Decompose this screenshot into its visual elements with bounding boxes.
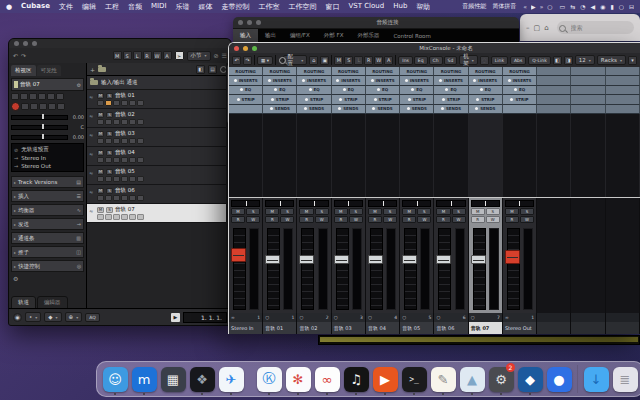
rack-cell-routing[interactable]: ROUTING	[469, 67, 503, 76]
forward-icon[interactable]: »	[540, 3, 544, 10]
time-machine-icon[interactable]: ◔	[580, 3, 585, 10]
rack-power-dot[interactable]	[508, 79, 511, 82]
redo-icon[interactable]: ↷	[21, 52, 26, 59]
channel-name-音轨 07[interactable]: 音轨 07	[469, 322, 503, 334]
automation-w-button[interactable]: W	[315, 216, 329, 223]
rack-power-dot[interactable]	[377, 88, 380, 91]
menu-item-11[interactable]: 窗口	[325, 2, 339, 12]
rack-power-dot[interactable]	[343, 88, 346, 91]
project-state-r[interactable]: R	[143, 51, 152, 60]
ac-tab-Control Room[interactable]: Control Room	[386, 29, 437, 42]
dock-item-remote-app[interactable]: ✈	[218, 363, 244, 395]
menu-item-3[interactable]: 工程	[105, 2, 119, 12]
rack-cell-eq[interactable]: EQ	[332, 86, 366, 95]
dock-item-keka[interactable]: Ⓚ	[256, 363, 282, 395]
dock-item-terminal[interactable]: >_	[401, 363, 427, 395]
mute-button[interactable]: M	[299, 208, 313, 215]
track-control-button[interactable]	[137, 195, 144, 201]
menu-item-7[interactable]: 媒体	[198, 2, 212, 12]
solo-button[interactable]: S	[520, 208, 534, 215]
solo-button[interactable]: S	[417, 208, 431, 215]
minimize-icon[interactable]	[243, 46, 248, 51]
menu-item-4[interactable]: 音频	[128, 2, 142, 12]
dock-item-trash[interactable]: ≣	[612, 363, 638, 395]
fader-track[interactable]	[301, 228, 314, 310]
rack-power-dot[interactable]	[408, 98, 411, 101]
apple-menu-icon[interactable]: ●	[6, 3, 12, 11]
mute-button[interactable]: M	[436, 208, 450, 215]
bypass-ch[interactable]: Ch	[429, 56, 443, 65]
rack-power-dot[interactable]	[476, 98, 479, 101]
racks-combo[interactable]: 机架▾	[459, 55, 478, 65]
inspector-mini-button[interactable]	[21, 103, 29, 110]
track-row-音轨 05[interactable]: ≈MS音轨 05	[87, 166, 231, 185]
search-input[interactable]	[557, 21, 634, 34]
ac-tab-外部 FX[interactable]: 外部 FX	[317, 29, 351, 42]
rack-cell-sends[interactable]: SENDS	[332, 105, 366, 114]
mix-state-r[interactable]: R	[364, 56, 373, 65]
rack-power-dot[interactable]	[304, 107, 307, 110]
rack-cell-strip[interactable]: STRIP	[229, 95, 263, 104]
track-row-音轨 02[interactable]: ≈MS音轨 02	[87, 109, 231, 128]
inspector-mini-button[interactable]	[57, 103, 65, 110]
rack-power-dot[interactable]	[405, 79, 408, 82]
monitor-button[interactable]	[105, 119, 112, 125]
menu-item-10[interactable]: 工作空间	[288, 2, 316, 12]
inspector-section-eq[interactable]: ▸均衡器∿	[11, 204, 84, 216]
rack-cell-strip[interactable]: STRIP	[469, 95, 503, 104]
rack-power-dot[interactable]	[473, 79, 476, 82]
fader-track[interactable]	[233, 228, 246, 310]
rack-power-dot[interactable]	[441, 107, 444, 110]
track-control-button[interactable]	[121, 157, 128, 163]
fader-handle[interactable]	[231, 248, 246, 262]
rack-power-dot[interactable]	[407, 107, 410, 110]
record-mode-icon[interactable]: ◉	[13, 313, 22, 322]
automation-r-button[interactable]: R	[265, 216, 279, 223]
track-control-button[interactable]	[129, 176, 136, 182]
fader-handle[interactable]	[402, 255, 417, 264]
menu-item-1[interactable]: 文件	[59, 2, 73, 12]
close-icon[interactable]	[14, 41, 19, 46]
minimize-icon[interactable]	[247, 20, 252, 25]
fragment-window-icon-1[interactable]: ▢	[534, 24, 541, 32]
marker-icon[interactable]: ▶	[171, 313, 180, 322]
rack-power-dot[interactable]	[372, 107, 375, 110]
mute-button[interactable]: M	[402, 208, 416, 215]
rewind-icon[interactable]: «	[523, 3, 527, 10]
toolbar-menu-icon[interactable]: ☰	[222, 52, 227, 59]
menu-item-6[interactable]: 乐谱	[175, 2, 189, 12]
rack-power-dot[interactable]	[240, 88, 243, 91]
mix-state-m[interactable]: M	[334, 56, 343, 65]
zoom-icon[interactable]	[32, 41, 37, 46]
rack-cell-routing[interactable]: ROUTING	[400, 67, 434, 76]
mute-button[interactable]: M	[265, 208, 279, 215]
inspector-section-versions[interactable]: ▸Track Versions▤	[11, 176, 84, 188]
dock-item-blue-app[interactable]: ●	[546, 363, 572, 395]
pan-control[interactable]	[299, 200, 328, 207]
track-control-button[interactable]	[137, 138, 144, 144]
dock-item-system-settings[interactable]: ⚙2	[488, 363, 514, 395]
automation-w-button[interactable]: W	[486, 216, 500, 223]
menu-item-8[interactable]: 走带控制	[221, 2, 249, 12]
rack-power-dot[interactable]	[510, 98, 513, 101]
object-selection-tool[interactable]: ➢	[175, 51, 184, 60]
volume-icon[interactable]: ◀	[591, 3, 596, 10]
dock-item-maxthon-browser[interactable]: m	[131, 363, 157, 395]
narrow-channels-icon[interactable]: ◧	[553, 56, 562, 65]
menu-item-2[interactable]: 编辑	[82, 2, 96, 12]
monitor-button[interactable]	[105, 138, 112, 144]
rack-cell-inserts[interactable]: INSERTS	[332, 76, 366, 85]
channel-name-音轨 03[interactable]: 音轨 03	[332, 322, 366, 334]
fader-track[interactable]	[404, 228, 417, 310]
fader-handle[interactable]	[471, 255, 486, 264]
record-button[interactable]	[97, 195, 104, 201]
pan-control[interactable]	[265, 200, 294, 207]
routing-row[interactable]: ⊘无轨道预置	[14, 146, 81, 153]
fader-handle[interactable]	[299, 255, 314, 264]
fader-handle[interactable]	[334, 255, 349, 264]
track-row-音轨 07[interactable]: ≈MS音轨 07	[87, 204, 231, 223]
menu-item-12[interactable]: VST Cloud	[348, 2, 384, 12]
record-button[interactable]	[97, 157, 104, 163]
track-row-音轨 06[interactable]: ≈MS音轨 06	[87, 185, 231, 204]
project-state-a[interactable]: A	[163, 51, 172, 60]
